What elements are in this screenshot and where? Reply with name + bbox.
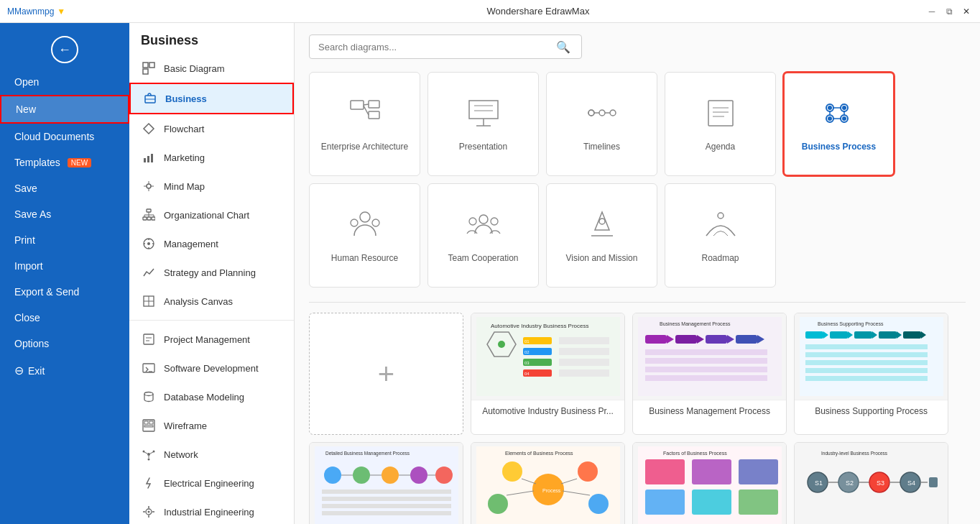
sidebar-item-templates[interactable]: Templates NEW [0,150,129,175]
roadmap-icon [703,208,739,247]
svg-point-86 [360,212,370,222]
sidebar-label-open: Open [14,76,39,88]
vision-mission-icon [584,208,620,247]
mid-nav-marketing[interactable]: Marketing [129,143,294,172]
mid-nav-analysis[interactable]: Analysis Canvas [129,287,294,316]
template-thumb-factors: Factors of Business Process [633,443,786,524]
template-business-mgmt[interactable]: Business Management Process [632,313,787,435]
mid-nav-project[interactable]: Project Management [129,325,294,354]
mid-nav-flowchart[interactable]: Flowchart [129,114,294,143]
user-area[interactable]: MMawnmpg ▼ [7,6,65,17]
card-roadmap[interactable]: Roadmap [665,183,776,288]
template-factors[interactable]: Factors of Business Process [632,442,787,524]
svg-text:S3: S3 [877,479,884,487]
sidebar-label-save: Save [14,183,37,194]
card-vision-mission[interactable]: Vision and Mission [546,183,657,288]
flowchart-icon [141,121,157,137]
user-dropdown-icon[interactable]: ▼ [57,6,65,17]
mid-nav-management[interactable]: Management [129,229,294,258]
svg-point-66 [610,110,616,116]
svg-rect-106 [559,359,609,366]
svg-rect-59 [469,101,498,119]
template-thumb-industry-level: Industry-level Business Process S1 S2 S3… [795,443,948,524]
roadmap-label: Roadmap [697,253,743,263]
mid-nav-database[interactable]: Database Modeling [129,382,294,411]
svg-rect-155 [322,497,451,501]
card-enterprise-architecture[interactable]: Enterprise Architecture [309,72,420,176]
template-business-supporting[interactable]: Business Supporting Process [794,313,948,435]
svg-point-38 [144,392,153,396]
title-bar: MMawnmpg ▼ Wondershare EdrawMax ─ ⧉ ✕ [0,0,980,23]
svg-point-164 [488,494,508,514]
svg-rect-40 [144,421,148,424]
sidebar-item-import[interactable]: Import [0,253,129,279]
mid-nav-network[interactable]: Network [129,440,294,469]
svg-rect-138 [805,344,928,349]
template-thumb-business-mgmt: Business Management Process [633,313,786,400]
svg-rect-156 [322,504,451,508]
svg-point-43 [147,453,150,456]
sidebar-item-print[interactable]: Print [0,227,129,253]
sidebar-item-new[interactable]: New [0,95,129,124]
template-thumb-elements: Elements of Business Process Process [471,443,624,524]
mid-nav-mindmap[interactable]: Mind Map [129,172,294,201]
sidebar-item-save[interactable]: Save [0,175,129,201]
mid-nav-management-label: Management [164,239,218,249]
card-team-cooperation[interactable]: Team Cooperation [427,183,539,288]
svg-rect-120 [736,335,757,344]
mid-nav-basic[interactable]: Basic Diagram [129,54,294,83]
svg-point-85 [842,116,846,121]
mid-nav-strategy[interactable]: Strategy and Planning [129,258,294,287]
restore-button[interactable]: ⧉ [943,5,956,18]
card-agenda[interactable]: Agenda [665,72,776,176]
template-industry-level[interactable]: Industry-level Business Process S1 S2 S3… [794,442,948,524]
svg-rect-174 [739,459,778,484]
presentation-icon [466,97,501,136]
svg-rect-116 [675,335,697,344]
sidebar-item-exit[interactable]: ⊖ Exit [0,357,129,385]
search-input[interactable] [309,35,582,59]
mid-nav-business[interactable]: Business [129,83,294,114]
svg-point-82 [828,106,832,110]
mid-nav-software[interactable]: Software Development [129,354,294,382]
mid-nav-wireframe[interactable]: Wireframe [129,411,294,440]
mindmap-icon [141,178,157,194]
app-title: Wondershare EdrawMax [151,6,925,17]
sidebar-item-options[interactable]: Options [0,331,129,357]
mid-nav-electrical[interactable]: Electrical Engineering [129,469,294,497]
template-automotive[interactable]: Automotive Industry Business Process [471,313,625,435]
mid-nav-basic-label: Basic Diagram [164,63,225,74]
close-button[interactable]: ✕ [960,5,973,18]
sidebar-item-save-as[interactable]: Save As [0,201,129,227]
card-human-resource[interactable]: Human Resource [309,183,420,288]
svg-rect-105 [559,348,609,355]
template-detailed-mgmt[interactable]: Detailed Business Management Process [309,442,463,524]
sidebar-item-export[interactable]: Export & Send [0,279,129,305]
mid-nav-wireframe-label: Wireframe [164,420,207,431]
svg-rect-17 [152,217,155,220]
mid-nav-orgchart[interactable]: Organizational Chart [129,201,294,229]
sidebar-item-cloud[interactable]: Cloud Documents [0,124,129,150]
svg-text:04: 04 [524,372,530,376]
card-presentation[interactable]: Presentation [427,72,539,176]
search-button[interactable]: 🔍 [556,40,570,54]
business-process-label: Business Process [798,142,880,152]
new-template-card[interactable]: + [309,313,463,435]
sidebar-item-open[interactable]: Open [0,69,129,95]
svg-point-46 [148,459,150,461]
back-circle-icon[interactable]: ← [51,36,78,63]
svg-point-162 [502,461,522,482]
left-sidebar: ← Open New Cloud Documents Templates NEW… [0,23,129,524]
svg-rect-104 [559,337,609,344]
mid-nav-industrial[interactable]: Industrial Engineering [129,497,294,524]
template-elements[interactable]: Elements of Business Process Process [471,442,625,524]
sidebar-item-close[interactable]: Close [0,305,129,331]
card-timelines[interactable]: Timelines [546,72,657,176]
database-icon [141,389,157,405]
card-business-process[interactable]: Business Process [783,72,895,176]
back-button[interactable]: ← [0,30,129,69]
minimize-button[interactable]: ─ [925,5,938,18]
svg-marker-92 [595,212,609,230]
vision-mission-label: Vision and Mission [562,253,642,263]
svg-point-95 [718,213,724,219]
